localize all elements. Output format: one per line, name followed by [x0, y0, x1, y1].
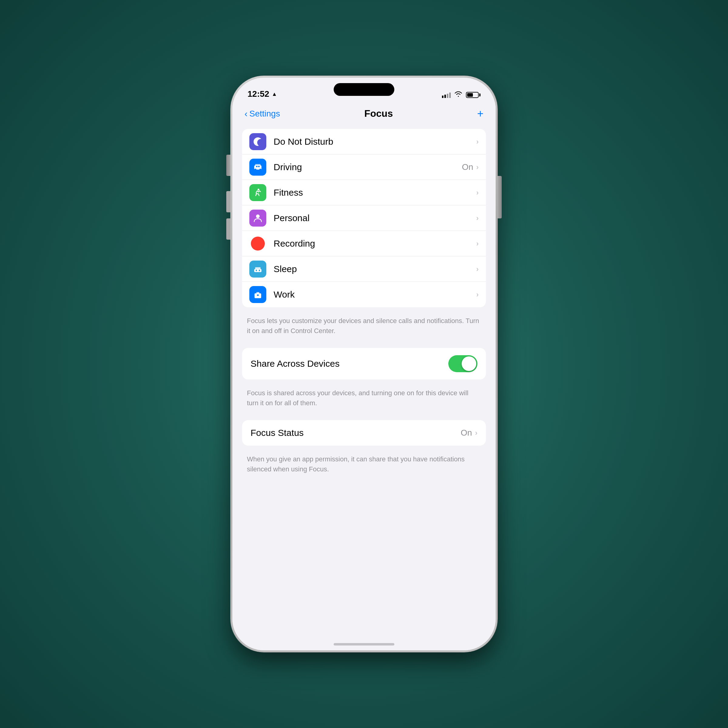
battery-icon	[466, 92, 480, 98]
time-display: 12:52	[248, 89, 269, 99]
signal-icon	[442, 92, 451, 98]
share-devices-description: Focus is shared across your devices, and…	[232, 384, 496, 415]
focus-row-do-not-disturb[interactable]: Do Not Disturb ›	[242, 129, 486, 154]
focus-status-row[interactable]: Focus Status On ›	[242, 420, 486, 446]
focus-status-value: On	[461, 428, 472, 438]
dnd-icon	[249, 133, 266, 150]
dnd-chevron: ›	[476, 138, 479, 146]
home-indicator	[334, 643, 394, 645]
svg-rect-10	[256, 270, 257, 271]
focus-row-driving[interactable]: Driving On ›	[242, 154, 486, 180]
add-button[interactable]: +	[477, 108, 483, 119]
location-icon: ▲	[272, 91, 277, 97]
driving-icon	[249, 159, 266, 176]
share-devices-row[interactable]: Share Across Devices	[242, 348, 486, 379]
svg-rect-14	[257, 295, 259, 296]
svg-point-2	[259, 169, 261, 170]
work-chevron: ›	[476, 290, 479, 299]
personal-label: Personal	[274, 213, 476, 223]
personal-chevron: ›	[476, 214, 479, 222]
personal-icon	[249, 210, 266, 226]
focus-status-label: Focus Status	[251, 428, 461, 438]
svg-rect-3	[255, 164, 260, 167]
screen-content: ‹ Settings Focus + Do Not Disturb ›	[232, 102, 496, 650]
fitness-label: Fitness	[274, 187, 476, 198]
fitness-icon	[249, 184, 266, 201]
page-title: Focus	[364, 108, 393, 119]
back-button[interactable]: ‹ Settings	[245, 109, 280, 119]
share-devices-toggle[interactable]	[448, 355, 477, 372]
focus-description: Focus lets you customize your devices an…	[232, 312, 496, 343]
focus-row-recording[interactable]: Recording ›	[242, 231, 486, 256]
phone-frame: 12:52 ▲	[231, 76, 497, 652]
focus-row-personal[interactable]: Personal ›	[242, 205, 486, 231]
sleep-label: Sleep	[274, 264, 476, 274]
svg-point-1	[254, 169, 256, 170]
focus-items-group: Do Not Disturb ›	[242, 129, 486, 307]
focus-status-description: When you give an app permission, it can …	[232, 450, 496, 482]
work-icon	[249, 286, 266, 303]
focus-row-fitness[interactable]: Fitness ›	[242, 180, 486, 205]
driving-chevron: ›	[476, 163, 479, 171]
navigation-bar: ‹ Settings Focus +	[232, 102, 496, 124]
status-time-area: 12:52 ▲	[248, 89, 277, 99]
focus-row-sleep[interactable]: Sleep ›	[242, 256, 486, 282]
work-label: Work	[274, 289, 476, 300]
svg-rect-11	[259, 270, 260, 271]
wifi-icon	[454, 91, 462, 99]
phone-screen: 12:52 ▲	[232, 78, 496, 650]
svg-rect-9	[255, 267, 260, 270]
svg-rect-13	[256, 292, 259, 294]
recording-chevron: ›	[476, 239, 479, 248]
svg-point-6	[257, 189, 259, 191]
driving-label: Driving	[274, 162, 462, 172]
svg-rect-5	[258, 166, 260, 167]
status-icons	[442, 91, 480, 99]
dynamic-island	[334, 83, 394, 96]
share-devices-section: Share Across Devices	[242, 348, 486, 379]
back-chevron-icon: ‹	[245, 109, 248, 118]
sleep-icon	[249, 260, 266, 278]
toggle-thumb	[462, 356, 476, 371]
dnd-label: Do Not Disturb	[274, 136, 476, 147]
svg-point-7	[256, 214, 260, 218]
back-label: Settings	[249, 109, 280, 119]
driving-value: On	[462, 162, 473, 172]
svg-rect-4	[256, 166, 257, 167]
recording-icon	[249, 235, 266, 252]
sleep-chevron: ›	[476, 265, 479, 273]
focus-status-chevron: ›	[475, 428, 477, 437]
focus-row-work[interactable]: Work ›	[242, 282, 486, 307]
share-devices-label: Share Across Devices	[251, 359, 448, 369]
recording-label: Recording	[274, 239, 476, 249]
fitness-chevron: ›	[476, 188, 479, 197]
focus-status-section: Focus Status On ›	[242, 420, 486, 446]
